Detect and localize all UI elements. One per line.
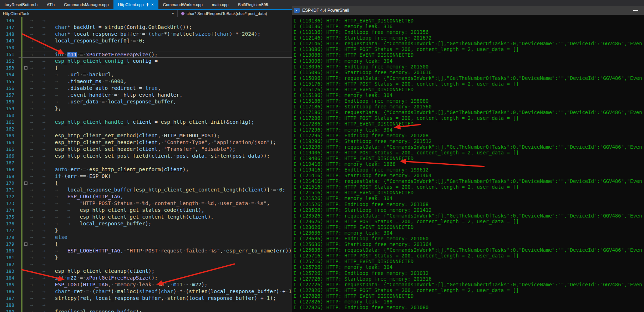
- terminal-log-line: I (113096) HTTP: memory leak: 304: [293, 58, 392, 64]
- code-area[interactable]: 146→ → 147→ → char*·backUrl·=·strdup(Con…: [0, 17, 292, 312]
- source-text: → →: [30, 17, 55, 24]
- tab-commandworker-cpp[interactable]: CommandWorker.cpp: [158, 0, 207, 9]
- line-number: 171: [0, 186, 14, 193]
- tab-label: main.cpp: [212, 2, 229, 7]
- terminal-title-bar[interactable]: >_ ESP-IDF 4.4 PowerShell: [292, 6, 644, 15]
- fold-collapse-icon[interactable]: -: [24, 181, 27, 185]
- fold-collapse-icon[interactable]: -: [24, 66, 27, 70]
- minimize-icon[interactable]: [633, 10, 638, 11]
- close-icon[interactable]: ×: [151, 2, 154, 7]
- code-line-171: 171→ → → local_response_buffer[esp_http_…: [0, 186, 292, 193]
- line-number: 177: [0, 227, 14, 234]
- source-text: → → strlcpy(ret,·local_response_buffer,·…: [30, 295, 276, 302]
- code-line-165: 165→ → esp_http_client_set_header(client…: [0, 146, 292, 153]
- source-text: → → esp_http_client_cleanup(client);: [30, 268, 154, 275]
- code-line-152: 152→ → esp_http_client_config_t·config·=: [0, 58, 292, 65]
- terminal-log-line: I (113086) HTTP: HTTP POST Status = 200,…: [293, 46, 519, 52]
- line-body: → → char*·backUrl·=·strdup(Config.GetBac…: [19, 24, 292, 31]
- change-bar: [21, 31, 22, 37]
- line-number: 146: [0, 17, 14, 24]
- source-text: → → → → esp_http_client_get_status_code(…: [30, 207, 204, 214]
- line-number: 180: [0, 247, 14, 254]
- source-text: → → char*·ret·=·(char*)·malloc(sizeof(ch…: [30, 288, 292, 295]
- terminal-log-line: I (110136) HTTP: EndtLoop free memory: 2…: [293, 29, 429, 35]
- line-number: 153: [0, 65, 14, 71]
- source-text: → → → .timeout_ms·=·6000,: [30, 78, 127, 85]
- terminal-log-line: I (119416) HTTP: memory leak: 1868: [293, 161, 396, 167]
- tab-httpclient-cpp[interactable]: HttpClient.cpp×: [113, 0, 158, 9]
- terminal-log-line: I (119406) HTTP: HTTP POST Status = 200,…: [293, 150, 519, 155]
- terminal-log-line: I (127726) HTTP: StartLoop free memory: …: [293, 276, 432, 282]
- source-text: → → int·m11·=·xPortGetFreeHeapSize();: [30, 51, 158, 58]
- line-number: 178: [0, 234, 14, 241]
- source-text: → → esp_http_client_config_t·config·=: [30, 58, 158, 65]
- terminal-log-line: I (115186) HTTP: EndtLoop free memory: 1…: [293, 98, 429, 104]
- line-number: 164: [0, 139, 14, 146]
- fold-collapse-icon[interactable]: -: [24, 242, 27, 246]
- tab-at-h[interactable]: AT.h: [42, 0, 59, 9]
- line-number: 174: [0, 207, 14, 214]
- pin-icon[interactable]: [146, 3, 149, 7]
- source-text: → → ESP_LOGI(HTTP_TAG,·"memory·leak:·%d"…: [30, 281, 208, 288]
- change-bar: [21, 234, 22, 241]
- line-body: → → → .event_handler·=·_http_event_handl…: [19, 92, 292, 98]
- line-body: → → → .timeout_ms·=·6000,: [19, 78, 292, 85]
- source-text: → →: [30, 44, 55, 51]
- terminal-log-line: I (121526) HTTP: memory leak: 304: [293, 195, 392, 201]
- source-text: → → → .url·=·backUrl,: [30, 71, 114, 78]
- line-number: 181: [0, 254, 14, 261]
- code-line-185: 185→ → ESP_LOGI(HTTP_TAG,·"memory·leak:·…: [0, 281, 292, 288]
- terminal-log-line: I (117286) HTTP: HTTP POST Status = 200,…: [293, 115, 519, 121]
- code-line-173: 173→ → → → "HTTP·POST·Status·=·%d,·conte…: [0, 200, 292, 207]
- code-line-148: 148→ → char*·local_response_buffer·=·(ch…: [0, 31, 292, 37]
- tab-commandsmanager-cpp[interactable]: CommandsManager.cpp: [59, 0, 113, 9]
- change-bar: [21, 200, 22, 207]
- code-line-169: 169→ → if·(err·==·ESP_OK): [0, 173, 292, 180]
- tab-main-cpp[interactable]: main.cpp: [207, 0, 233, 9]
- change-bar: [21, 180, 22, 186]
- line-number: 184: [0, 275, 14, 281]
- terminal-log-line: I (119406) HTTP: HTTP_EVENT_DISCONNECTED: [293, 155, 414, 161]
- line-number: 170: [0, 180, 14, 186]
- terminal-log-line: I (117286) HTTP: HTTP_EVENT_DISCONNECTED: [293, 121, 414, 127]
- source-text: → → else: [30, 234, 67, 241]
- line-body: → → → → esp_http_client_get_status_code(…: [19, 207, 292, 214]
- line-body: → →: [19, 44, 292, 51]
- code-line-189: 189→ → free(local_response_buffer);: [0, 308, 292, 312]
- terminal-log-line: I (123626) HTTP: HTTP_EVENT_DISCONNECTED: [293, 224, 414, 230]
- code-line-179: 179-→ → {: [0, 241, 292, 247]
- line-body: → → → → esp_http_client_get_content_leng…: [19, 214, 292, 220]
- change-bar: [21, 78, 22, 85]
- source-text: → → free(local_response_buffer);: [30, 308, 142, 312]
- line-number: 150: [0, 44, 14, 51]
- terminal-log-line: I (121516) HTTP: HTTP_EVENT_DISCONNECTED: [293, 190, 414, 195]
- terminal-log-line: I (121416) HTTP: requestData: {"Commands…: [293, 178, 642, 184]
- change-bar: [21, 302, 22, 308]
- line-body: -→ → {: [19, 241, 292, 247]
- change-bar: [21, 214, 22, 220]
- tab-shiftregister595-[interactable]: ShiftRegister595.: [233, 0, 274, 9]
- line-body: → → esp_http_client_cleanup(client);: [19, 268, 292, 275]
- terminal-log-line: I (112146) HTTP: StartLoop free memory: …: [293, 35, 432, 41]
- line-number: 157: [0, 92, 14, 98]
- terminal-log-line: I (125716) HTTP: HTTP POST Status = 200,…: [293, 253, 519, 259]
- line-number: 152: [0, 58, 14, 65]
- terminal-log-line: I (117296) HTTP: memory leak: 304: [293, 127, 392, 133]
- code-line-156: 156→ → → .disable_auto_redirect·=·true,: [0, 85, 292, 92]
- code-line-168: 168→ → auto·err·=·esp_http_client_perfor…: [0, 166, 292, 173]
- change-bar: [21, 139, 22, 146]
- terminal-log-line: I (117186) HTTP: requestData: {"Commands…: [293, 109, 642, 115]
- scope-dropdown[interactable]: HttpClientTask ▾: [0, 10, 177, 17]
- change-bar: [21, 268, 22, 275]
- powershell-window[interactable]: >_ ESP-IDF 4.4 PowerShell I (110136) HTT…: [292, 6, 644, 312]
- line-body: → → → → local_response_buffer);: [19, 220, 292, 227]
- change-bar: [21, 126, 22, 132]
- line-body: → → esp_http_client_set_header(client,·"…: [19, 146, 292, 153]
- line-number: 162: [0, 126, 14, 132]
- change-bar: [21, 58, 22, 65]
- code-line-166: 166→ → esp_http_client_set_post_field(cl…: [0, 153, 292, 159]
- code-line-187: 187→ → strlcpy(ret,·local_response_buffe…: [0, 295, 292, 302]
- terminal-log-line: I (119296) HTTP: StartLoop free memory: …: [293, 138, 432, 144]
- member-dropdown[interactable]: char* SendRequestToBack(char* post_data): [178, 10, 267, 17]
- tab-toryresetbutton-h[interactable]: toryResetButton.h: [0, 0, 42, 9]
